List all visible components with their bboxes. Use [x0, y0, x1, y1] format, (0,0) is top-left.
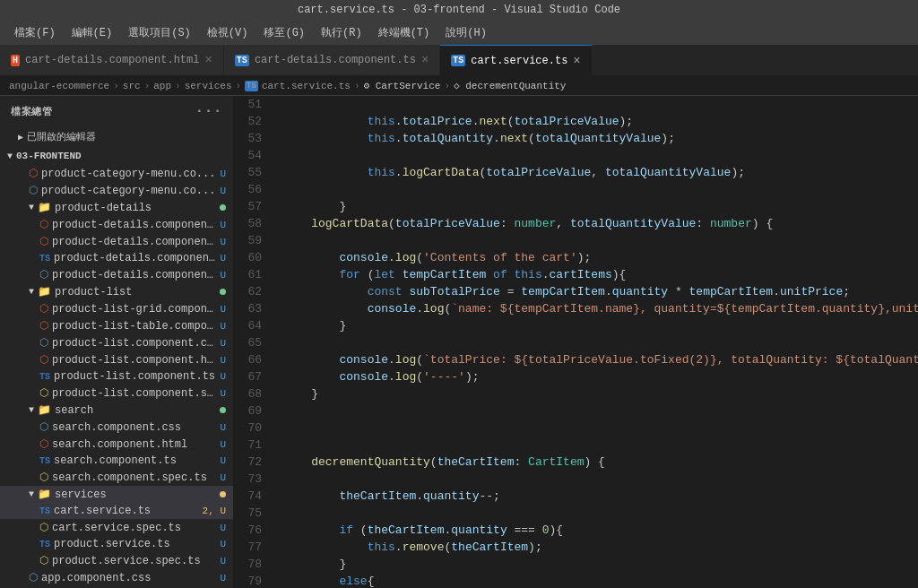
breadcrumb-root[interactable]: angular-ecommerce [9, 81, 109, 91]
menu-edit[interactable]: 編輯(E) [65, 22, 120, 44]
file-cart-service[interactable]: TS cart.service.ts 2, U [0, 503, 233, 519]
sep1: › [113, 81, 119, 91]
close-tab-html[interactable]: × [204, 53, 212, 67]
breadcrumb-file[interactable]: cart.service.ts [262, 81, 351, 91]
tab-cart-service[interactable]: TS cart.service.ts × [440, 45, 592, 75]
breadcrumb-method[interactable]: ◇ decrementQuantity [454, 80, 566, 91]
spec-icon-cs1: ⬡ [39, 521, 48, 534]
sidebar-root-folder[interactable]: ▼ 03-FRONTEND [0, 147, 233, 165]
breadcrumb-app[interactable]: app [153, 81, 171, 91]
spec-icon-s1: ⬡ [39, 471, 48, 484]
file-product-list-grid[interactable]: ⬡ product-list-grid.componen... U [0, 300, 233, 317]
file-product-category-menu-css[interactable]: ⬡ product-category-menu.co... U [0, 182, 233, 199]
arrow-product-list: ▼ [29, 287, 34, 297]
file-cart-spec[interactable]: ⬡ cart.service.spec.ts U [0, 519, 233, 536]
file-product-list-ts[interactable]: TS product-list.component.ts U [0, 368, 233, 385]
css-icon-d1: ⬡ [39, 268, 48, 281]
sidebar-open-editors[interactable]: ▶ 已開啟的編輯器 [0, 126, 233, 147]
tab-html-details[interactable]: H cart-details.component.html × [0, 45, 224, 75]
dot-search [220, 407, 226, 413]
tab-label-ts: cart-details.component.ts [255, 54, 416, 66]
file-product-list-html[interactable]: ⬡ product-list.component.html U [0, 351, 233, 368]
dot-product-details [220, 204, 226, 211]
file-product-details-html1[interactable]: ⬡ product-details.component.... U [0, 216, 233, 233]
file-search-ts[interactable]: TS search.component.ts U [0, 453, 233, 469]
css-icon-app: ⬡ [29, 571, 38, 584]
arrow-services: ▼ [29, 489, 34, 499]
sep4: › [235, 81, 241, 91]
code-editor: 51 52 53 54 55 56 57 58 59 60 61 62 63 6… [233, 96, 918, 588]
title-bar: cart.service.ts - 03-frontend - Visual S… [0, 0, 918, 20]
menu-terminal[interactable]: 終端機(T) [371, 22, 437, 44]
spec-icon-l1: ⬡ [39, 386, 48, 400]
sidebar-tree: ▶ 已開啟的編輯器 ▼ 03-FRONTEND ⬡ product-catego… [0, 126, 233, 588]
breadcrumb-class[interactable]: ⚙ CartService [364, 80, 441, 91]
arrow-product-details: ▼ [29, 203, 34, 212]
menu-run[interactable]: 執行(R) [314, 22, 369, 44]
html-icon-s1: ⬡ [39, 437, 48, 451]
arrow-search: ▼ [29, 405, 34, 415]
tab-label-html: cart-details.component.html [25, 54, 199, 66]
file-product-spec[interactable]: ⬡ product.service.spec.ts U [0, 552, 233, 569]
close-tab-ts[interactable]: × [421, 53, 429, 67]
dot-product-list [220, 289, 226, 295]
ts-icon-details: TS [235, 55, 249, 66]
sidebar-header: 檔案總管 ··· [0, 96, 233, 126]
file-app-css[interactable]: ⬡ app.component.css U [0, 569, 233, 586]
close-tab-service[interactable]: × [573, 54, 580, 68]
ts-icon-l1: TS [39, 372, 50, 382]
menu-select[interactable]: 選取項目(S) [121, 22, 198, 44]
ts-icon-service: TS [451, 55, 465, 66]
sidebar-menu-icon[interactable]: ··· [195, 103, 222, 119]
arrow-open-editors: ▶ [18, 132, 23, 143]
tab-ts-details[interactable]: TS cart-details.component.ts × [224, 45, 440, 75]
ts-icon-ps1: TS [39, 540, 50, 549]
sidebar: 檔案總管 ··· ▶ 已開啟的編輯器 ▼ 03-FRONTEND ⬡ produ… [0, 96, 233, 588]
dot-services [220, 491, 226, 497]
line-numbers: 51 52 53 54 55 56 57 58 59 60 61 62 63 6… [233, 96, 269, 588]
sep3: › [175, 81, 181, 91]
root-label: 03-FRONTEND [16, 151, 82, 161]
sep2: › [144, 81, 151, 91]
ts-icon-cs1: TS [39, 506, 50, 516]
breadcrumb-services[interactable]: services [185, 81, 232, 91]
file-product-list-table[interactable]: ⬡ product-list-table.compone... U [0, 317, 233, 334]
code-content[interactable]: 51 52 53 54 55 56 57 58 59 60 61 62 63 6… [233, 96, 918, 588]
ts-icon-s1: TS [39, 456, 50, 466]
menu-goto[interactable]: 移至(G) [256, 22, 312, 44]
menu-view[interactable]: 檢視(V) [200, 22, 255, 44]
spec-icon-ps1: ⬡ [39, 554, 48, 567]
file-product-details-css[interactable]: ⬡ product-details.component.... U [0, 266, 233, 283]
folder-icon-product-list: 📁 [38, 285, 51, 298]
ts-icon-d1: TS [39, 254, 50, 264]
html-icon-d1: ⬡ [39, 218, 48, 231]
html-icon: H [11, 55, 20, 66]
tab-label-service: cart.service.ts [471, 55, 567, 67]
menu-bar: 檔案(F) 編輯(E) 選取項目(S) 檢視(V) 移至(G) 執行(R) 終端… [0, 20, 918, 45]
file-search-html[interactable]: ⬡ search.component.html U [0, 436, 233, 453]
file-product-list-spec[interactable]: ⬡ product-list.component.spe... U [0, 385, 233, 402]
file-product-category-menu-html[interactable]: ⬡ product-category-menu.co... U [0, 165, 233, 182]
file-product-service[interactable]: TS product.service.ts U [0, 536, 233, 552]
file-search-spec[interactable]: ⬡ search.component.spec.ts U [0, 469, 233, 486]
breadcrumb-ts-icon: TS [245, 81, 258, 91]
folder-search[interactable]: ▼ 📁 search [0, 402, 233, 419]
sep6: › [444, 81, 450, 91]
folder-icon-services: 📁 [38, 488, 51, 501]
folder-product-list[interactable]: ▼ 📁 product-list [0, 283, 233, 300]
css-icon-s1: ⬡ [39, 420, 48, 434]
folder-services[interactable]: ▼ 📁 services [0, 486, 233, 503]
file-product-details-html2[interactable]: ⬡ product-details.component.... U [0, 233, 233, 250]
css-icon-l1: ⬡ [39, 336, 48, 350]
main-area: 檔案總管 ··· ▶ 已開啟的編輯器 ▼ 03-FRONTEND ⬡ produ… [0, 96, 918, 588]
file-product-details-ts[interactable]: TS product-details.component.ts U [0, 250, 233, 266]
menu-help[interactable]: 說明(H) [438, 22, 494, 44]
folder-product-details[interactable]: ▼ 📁 product-details [0, 199, 233, 216]
breadcrumb-src[interactable]: src [123, 81, 141, 91]
html-icon-l2: ⬡ [39, 319, 48, 333]
file-search-css[interactable]: ⬡ search.component.css U [0, 419, 233, 436]
html-icon-d2: ⬡ [39, 235, 48, 248]
html-icon-l3: ⬡ [39, 353, 48, 367]
menu-file[interactable]: 檔案(F) [7, 22, 63, 44]
file-product-list-css[interactable]: ⬡ product-list.component.css U [0, 334, 233, 351]
